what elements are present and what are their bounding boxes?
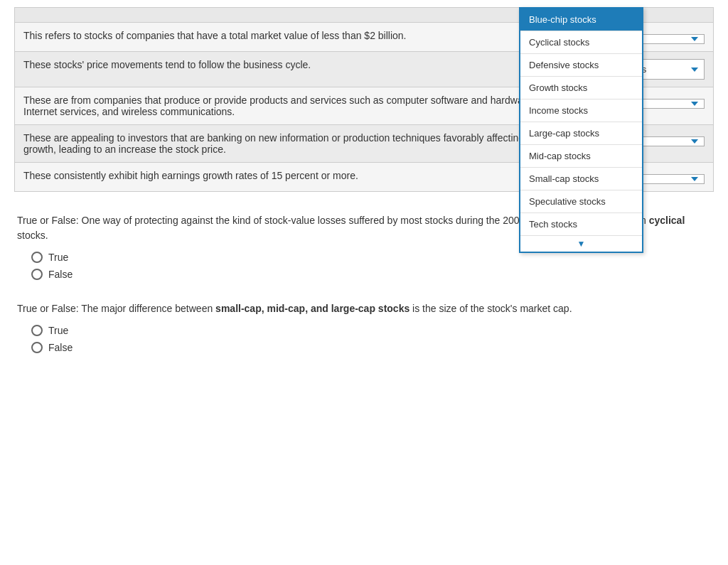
dropdown-item-0[interactable]: Blue-chip stocks — [520, 9, 642, 31]
tf-question-text-after-1: is the size of the stock's market cap. — [410, 303, 572, 314]
dropdown-item-5[interactable]: Large-cap stocks — [520, 122, 642, 145]
tf-question-1: True or False: The major difference betw… — [17, 301, 711, 316]
page-container: This refers to stocks of companies that … — [0, 0, 728, 565]
description-cell-2: These are from companies that produce or… — [15, 87, 571, 125]
tf-options-0: TrueFalse — [31, 252, 711, 280]
tf-option-label-1-0: True — [48, 325, 68, 336]
tf-option-1-1[interactable]: False — [31, 342, 711, 353]
tf-option-1-0[interactable]: True — [31, 325, 711, 336]
description-cell-0: This refers to stocks of companies that … — [15, 23, 571, 52]
tf-option-label-1-1: False — [48, 342, 73, 353]
tf-question-text-after-0: stocks. — [17, 230, 48, 241]
dropdown-item-3[interactable]: Growth stocks — [520, 77, 642, 99]
description-cell-3: These are appealing to investors that ar… — [15, 125, 571, 163]
tf-option-label-0-1: False — [48, 269, 73, 280]
radio-circle-1-1[interactable] — [31, 342, 43, 353]
dropdown-item-2[interactable]: Defensive stocks — [520, 54, 642, 77]
radio-circle-0-0[interactable] — [31, 252, 43, 263]
tf-options-1: TrueFalse — [31, 325, 711, 353]
tf-question-text-before-1: True or False: The major difference betw… — [17, 303, 215, 314]
tf-option-label-0-0: True — [48, 252, 68, 263]
radio-circle-0-1[interactable] — [31, 269, 43, 280]
tf-question-bold-1: small-cap, mid-cap, and large-cap stocks — [215, 303, 410, 314]
dropdown-item-6[interactable]: Mid-cap stocks — [520, 145, 642, 168]
tf-section-1: True or False: The major difference betw… — [14, 301, 714, 353]
dropdown-item-1[interactable]: Cyclical stocks — [520, 31, 642, 54]
radio-circle-1-0[interactable] — [31, 325, 43, 336]
tf-question-bold-0: cyclical — [649, 215, 685, 226]
description-cell-1: These stocks' price movements tend to fo… — [15, 52, 571, 87]
tf-option-0-0[interactable]: True — [31, 252, 711, 263]
dropdown-item-7[interactable]: Small-cap stocks — [520, 168, 642, 190]
dropdown-overlay[interactable]: Blue-chip stocksCyclical stocksDefensive… — [519, 7, 643, 253]
description-cell-4: These consistently exhibit high earnings… — [15, 163, 571, 192]
col-header-description — [15, 8, 571, 23]
dropdown-item-8[interactable]: Speculative stocks — [520, 190, 642, 213]
tf-option-0-1[interactable]: False — [31, 269, 711, 280]
table-wrapper: This refers to stocks of companies that … — [14, 7, 714, 192]
dropdown-item-4[interactable]: Income stocks — [520, 99, 642, 122]
dropdown-scroll-arrow: ▼ — [520, 236, 642, 252]
dropdown-item-9[interactable]: Tech stocks — [520, 213, 642, 236]
